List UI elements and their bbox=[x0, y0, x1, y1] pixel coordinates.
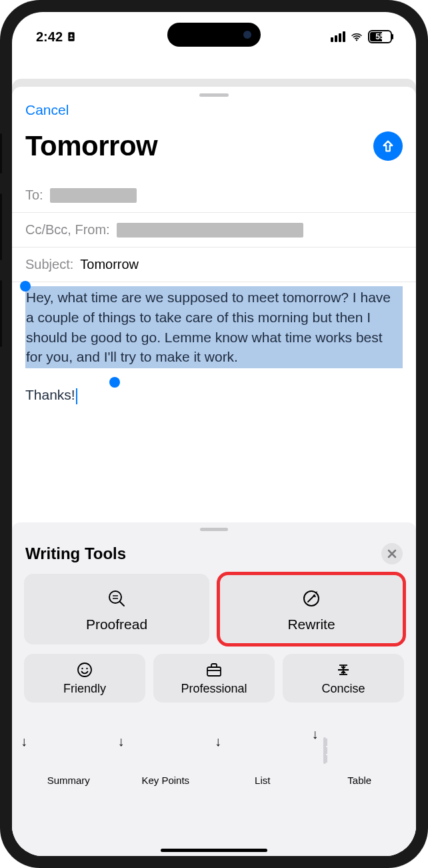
body-closing[interactable]: Thanks! bbox=[25, 387, 75, 402]
arrow-down-icon: ↓ bbox=[312, 727, 319, 742]
wifi-icon bbox=[350, 31, 363, 42]
list-label: List bbox=[218, 775, 307, 786]
writing-tools-title: Writing Tools bbox=[25, 544, 126, 563]
concise-button[interactable]: Concise bbox=[283, 654, 404, 703]
smile-icon bbox=[77, 662, 93, 678]
arrow-down-icon: ↓ bbox=[215, 734, 221, 749]
friendly-button[interactable]: Friendly bbox=[24, 654, 145, 703]
arrow-down-icon: ↓ bbox=[21, 734, 27, 749]
arrow-down-icon: ↓ bbox=[118, 734, 125, 749]
selection-handle-end[interactable] bbox=[109, 377, 120, 388]
to-field[interactable]: To: bbox=[12, 178, 416, 213]
writing-tools-sheet: Writing Tools Proofread Rewrite bbox=[12, 522, 416, 856]
keypoints-label: Key Points bbox=[121, 775, 211, 786]
close-button[interactable] bbox=[381, 543, 403, 564]
concise-icon bbox=[335, 662, 351, 678]
to-value-redacted bbox=[50, 188, 137, 203]
ccbcc-field[interactable]: Cc/Bcc, From: bbox=[12, 213, 416, 248]
subject-label: Subject: bbox=[25, 257, 73, 272]
concise-label: Concise bbox=[321, 682, 365, 696]
friendly-label: Friendly bbox=[63, 682, 106, 696]
svg-point-9 bbox=[78, 663, 91, 677]
id-card-icon bbox=[66, 31, 77, 42]
home-indicator[interactable] bbox=[161, 849, 267, 852]
proofread-label: Proofread bbox=[86, 616, 147, 632]
svg-line-3 bbox=[120, 602, 124, 606]
subject-value: Tomorrow bbox=[80, 257, 139, 272]
arrow-up-icon bbox=[381, 139, 395, 153]
svg-point-1 bbox=[70, 34, 72, 36]
professional-button[interactable]: Professional bbox=[153, 654, 275, 703]
close-icon bbox=[387, 549, 397, 558]
cancel-button[interactable]: Cancel bbox=[25, 102, 69, 118]
compose-title: Tomorrow bbox=[25, 130, 157, 162]
briefcase-icon bbox=[205, 662, 223, 678]
text-cursor bbox=[76, 388, 77, 404]
table-thumbnail-icon bbox=[323, 737, 326, 764]
svg-rect-12 bbox=[207, 667, 221, 676]
table-label: Table bbox=[315, 775, 405, 786]
battery-icon: 55 bbox=[368, 30, 392, 43]
to-label: To: bbox=[25, 187, 43, 203]
email-body[interactable]: Hey, what time are we supposed to meet t… bbox=[12, 286, 416, 404]
compose-sheet: Cancel Tomorrow To: Cc/Bcc, From: Subjec… bbox=[12, 87, 416, 856]
subject-field[interactable]: Subject: Tomorrow bbox=[12, 248, 416, 282]
rewrite-label: Rewrite bbox=[287, 616, 335, 632]
send-button[interactable] bbox=[373, 131, 403, 161]
from-value-redacted bbox=[117, 223, 303, 238]
ccbcc-label: Cc/Bcc, From: bbox=[25, 222, 110, 238]
professional-label: Professional bbox=[181, 682, 247, 696]
svg-point-11 bbox=[86, 668, 87, 669]
summary-label: Summary bbox=[24, 775, 113, 786]
status-time: 2:42 bbox=[36, 29, 63, 45]
svg-point-10 bbox=[81, 668, 83, 669]
cellular-icon bbox=[331, 31, 345, 42]
selection-handle-start[interactable] bbox=[20, 281, 31, 292]
svg-rect-0 bbox=[68, 32, 74, 41]
proofread-button[interactable]: Proofread bbox=[24, 574, 209, 644]
rewrite-button[interactable]: Rewrite bbox=[219, 574, 404, 644]
dynamic-island bbox=[167, 23, 261, 47]
rewrite-icon bbox=[301, 588, 321, 608]
magnifier-lines-icon bbox=[107, 588, 127, 608]
selected-body-text[interactable]: Hey, what time are we supposed to meet t… bbox=[25, 286, 403, 368]
